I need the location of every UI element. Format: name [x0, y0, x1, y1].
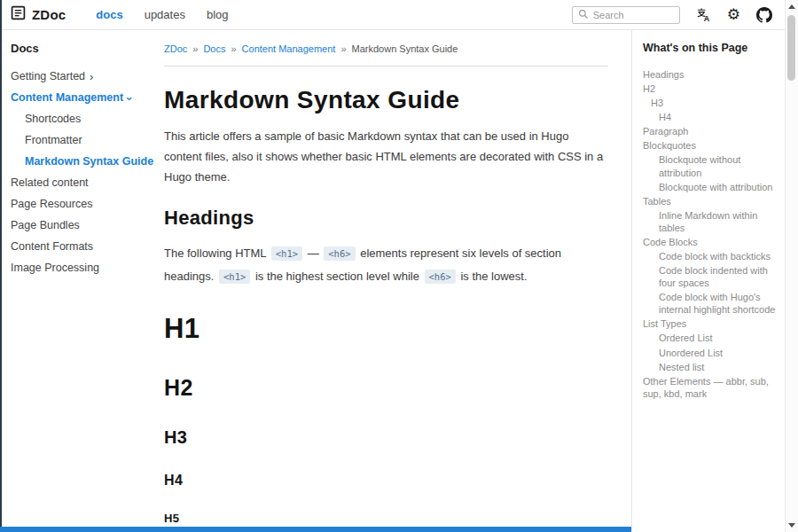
page: ZDoc docs updates blog: [0, 0, 785, 532]
sample-heading-h1: H1: [164, 313, 608, 345]
sidebar-item-page-bundles[interactable]: Page Bundles: [11, 215, 155, 236]
toc-item[interactable]: Inline Markdown within tables: [643, 209, 776, 234]
breadcrumb-separator: »: [340, 43, 346, 54]
toc-item[interactable]: H3: [643, 97, 776, 109]
navbar-right: A ⚙: [572, 6, 772, 24]
toc-item[interactable]: Paragraph: [643, 125, 776, 137]
scroll-down-icon[interactable]: [788, 523, 795, 528]
toc-title: What's on this Page: [643, 42, 776, 54]
toc-item[interactable]: Code block with backticks: [643, 250, 776, 262]
navbar: ZDoc docs updates blog: [0, 0, 785, 30]
toc-panel: What's on this Page Headings H2 H3 H4 Pa…: [631, 30, 785, 531]
sidebar-item-label: Content Formats: [11, 240, 93, 253]
sidebar-item-image-processing[interactable]: Image Processing: [11, 257, 155, 278]
scrollbar[interactable]: [785, 0, 798, 532]
toc-item[interactable]: Ordered List: [643, 332, 776, 344]
sidebar-item-related-content[interactable]: Related content: [11, 172, 155, 193]
toc-item[interactable]: Blockquote without attribution: [643, 153, 776, 178]
toc-item[interactable]: H2: [643, 82, 776, 95]
sidebar-item-label: Related content: [11, 176, 89, 189]
nav-link-updates[interactable]: updates: [145, 8, 185, 21]
scroll-up-icon[interactable]: [788, 4, 795, 9]
sidebar-item-shortcodes[interactable]: Shortcodes: [11, 108, 155, 129]
sidebar: Docs Getting Started › Content Managemen…: [0, 30, 155, 531]
breadcrumb-current: Markdown Syntax Guide: [352, 43, 458, 54]
sidebar-title: Docs: [11, 42, 155, 55]
footer-bar: [0, 527, 631, 532]
chevron-right-icon: ›: [90, 71, 93, 82]
divider: [164, 66, 608, 66]
paragraph-text: is the lowest.: [458, 270, 528, 283]
breadcrumb-separator: »: [231, 43, 236, 54]
paragraph-text: —: [304, 246, 322, 260]
paragraph-text: The following HTML: [164, 246, 270, 260]
sample-heading-h4: H4: [164, 473, 608, 489]
toc-item[interactable]: Blockquotes: [643, 139, 776, 152]
toc-item[interactable]: Other Elements — abbr, sub, sup, kbd, ma…: [643, 375, 776, 400]
toc-item[interactable]: Code block indented with four spaces: [643, 264, 776, 289]
sidebar-item-label: Shortcodes: [25, 113, 81, 125]
app-window: ZDoc docs updates blog: [0, 0, 798, 532]
zdoc-logo-icon: [11, 5, 26, 24]
breadcrumb: ZDoc » Docs » Content Management » Markd…: [164, 43, 608, 54]
article-content: ZDoc » Docs » Content Management » Markd…: [155, 30, 631, 531]
page-title: Markdown Syntax Guide: [164, 86, 608, 114]
toc-item[interactable]: Code Blocks: [643, 236, 776, 248]
breadcrumb-separator: »: [192, 43, 198, 54]
toc-item[interactable]: Code block with Hugo's internal highligh…: [643, 291, 776, 316]
section-heading-headings: Headings: [164, 207, 608, 230]
sidebar-item-label: Getting Started: [11, 70, 85, 82]
intro-paragraph: This article offers a sample of basic Ma…: [164, 127, 608, 187]
inline-code: <h1>: [219, 270, 250, 284]
toc-item[interactable]: Headings: [643, 68, 776, 81]
sidebar-item-getting-started[interactable]: Getting Started ›: [11, 66, 155, 87]
headings-paragraph: The following HTML <h1> — <h6> elements …: [164, 242, 608, 288]
breadcrumb-link-content-management[interactable]: Content Management: [242, 43, 336, 54]
search-box[interactable]: [572, 6, 680, 24]
inline-code: <h1>: [271, 246, 302, 261]
toc-item[interactable]: Tables: [643, 195, 776, 207]
brand-title: ZDoc: [32, 7, 66, 22]
nav-link-blog[interactable]: blog: [207, 8, 229, 21]
toc-item[interactable]: List Types: [643, 317, 776, 330]
brand[interactable]: ZDoc: [11, 5, 66, 24]
sample-heading-h5: H5: [164, 512, 608, 525]
sidebar-item-label: Content Management: [11, 91, 123, 104]
paragraph-text: is the highest section level while: [252, 270, 422, 283]
inline-code: <h6>: [324, 246, 355, 261]
window-edge-line: [0, 0, 2, 532]
sidebar-item-label: Page Resources: [11, 198, 92, 210]
translate-icon[interactable]: A: [696, 7, 711, 22]
sidebar-item-label: Markdown Syntax Guide: [25, 155, 153, 168]
layout: Docs Getting Started › Content Managemen…: [0, 30, 785, 531]
sidebar-item-content-management[interactable]: Content Management ›: [11, 87, 155, 108]
sample-heading-h2: H2: [164, 375, 608, 401]
toc-item[interactable]: H4: [643, 111, 776, 123]
nav-link-docs[interactable]: docs: [96, 8, 122, 21]
toc-item[interactable]: Unordered List: [643, 347, 776, 359]
breadcrumb-link-docs[interactable]: Docs: [203, 43, 225, 54]
toc-item[interactable]: Nested list: [643, 361, 776, 373]
sidebar-item-label: Page Bundles: [11, 219, 80, 231]
toc-item[interactable]: Blockquote with attribution: [643, 181, 776, 193]
search-input[interactable]: [593, 10, 669, 20]
github-icon[interactable]: [756, 7, 772, 23]
chevron-down-icon: ›: [124, 97, 136, 100]
sidebar-item-content-formats[interactable]: Content Formats: [11, 236, 155, 257]
sidebar-item-label: Frontmatter: [25, 134, 82, 146]
sidebar-item-markdown-syntax-guide[interactable]: Markdown Syntax Guide: [11, 151, 155, 172]
sidebar-item-page-resources[interactable]: Page Resources: [11, 193, 155, 215]
sidebar-item-frontmatter[interactable]: Frontmatter: [11, 129, 155, 151]
inline-code: <h6>: [425, 270, 456, 284]
svg-text:A: A: [703, 14, 709, 22]
scrollbar-thumb[interactable]: [787, 15, 795, 81]
breadcrumb-link-zdoc[interactable]: ZDoc: [164, 43, 187, 54]
primary-nav: docs updates blog: [96, 8, 228, 21]
search-icon: [578, 7, 589, 23]
sample-heading-h3: H3: [164, 427, 608, 448]
gear-icon[interactable]: ⚙: [727, 7, 740, 22]
sidebar-item-label: Image Processing: [11, 262, 99, 274]
